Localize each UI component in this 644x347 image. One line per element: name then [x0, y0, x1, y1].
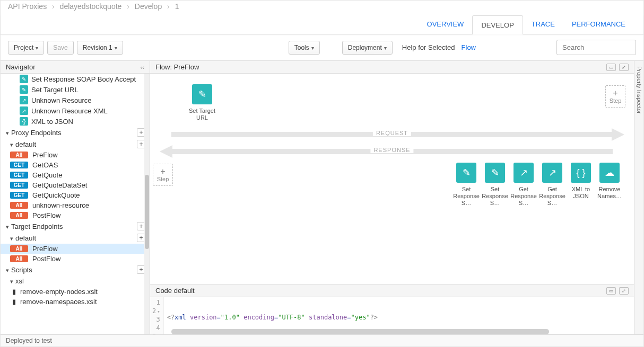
- navigator-title: Navigator: [6, 63, 36, 71]
- proxy-flow-getquote[interactable]: GETGetQuote: [1, 170, 150, 180]
- policy-label: Set Target URL: [187, 108, 217, 121]
- add-request-step-button[interactable]: + Step: [605, 85, 625, 108]
- target-flow-postflow[interactable]: AllPostFlow: [1, 254, 150, 264]
- callout-icon: ↗: [20, 106, 28, 115]
- proxy-flow-unknown[interactable]: Allunknown-resource: [1, 200, 150, 210]
- response-label: RESPONSE: [370, 147, 413, 153]
- code-gutter: 12▾345▾: [150, 297, 164, 334]
- proxy-flow-getquotedataset[interactable]: GETGetQuoteDataSet: [1, 180, 150, 190]
- response-step-get-response-2[interactable]: ↗ Get Response S…: [537, 163, 567, 207]
- policy-item[interactable]: {}XML to JSON: [1, 116, 150, 127]
- callout-icon: ↗: [514, 163, 534, 183]
- breadcrumb-root[interactable]: API Proxies: [8, 2, 47, 11]
- flow-canvas: ✎ Set Target URL + Step REQUEST RESPONSE…: [150, 74, 634, 284]
- tab-trace[interactable]: TRACE: [523, 15, 563, 34]
- assign-icon: ✎: [192, 84, 212, 104]
- policy-label: Get Response S…: [537, 186, 567, 207]
- chevron-right-icon: ›: [52, 2, 55, 11]
- tools-button[interactable]: Tools: [289, 41, 320, 55]
- file-icon: ▮: [12, 298, 16, 306]
- callout-icon: ↗: [542, 163, 562, 183]
- flow-title: Flow: PreFlow: [155, 63, 199, 71]
- target-default-section[interactable]: default +: [1, 232, 150, 244]
- json-icon: { }: [571, 163, 591, 183]
- response-step-xml-to-json[interactable]: { } XML to JSON: [566, 163, 596, 200]
- breadcrumb-revision[interactable]: 1: [175, 2, 179, 11]
- assign-icon: ✎: [20, 85, 28, 94]
- help-label: Help for Selected: [402, 43, 455, 51]
- cloud-icon: ☁: [599, 163, 620, 183]
- request-step-set-target-url[interactable]: ✎ Set Target URL: [187, 84, 217, 121]
- xsl-section[interactable]: xsl: [1, 275, 150, 287]
- request-label: REQUEST: [373, 130, 411, 136]
- plus-icon: +: [160, 167, 165, 176]
- property-inspector-panel[interactable]: Property Inspector: [634, 61, 643, 334]
- breadcrumb: API Proxies › delayedstockquote › Develo…: [1, 1, 643, 15]
- code-h-scrollbar[interactable]: [171, 329, 549, 334]
- response-step-remove-names[interactable]: ☁ Remove Names…: [595, 163, 624, 200]
- policy-label: XML to JSON: [566, 186, 596, 200]
- add-response-step-button[interactable]: + Step: [153, 164, 173, 186]
- navigator-panel: Navigator ‹‹ ✎Set Response SOAP Body Acc…: [1, 61, 150, 334]
- xsl-file[interactable]: ▮remove-empty-nodes.xslt: [1, 287, 150, 297]
- property-inspector-label: Property Inspector: [636, 66, 642, 114]
- proxy-flow-getoas[interactable]: GETGetOAS: [1, 160, 150, 170]
- policy-item[interactable]: ↗Unknown Resource: [1, 95, 150, 105]
- scripts-section[interactable]: Scripts +: [1, 264, 150, 275]
- proxy-flow-preflow[interactable]: AllPreFlow: [1, 150, 150, 160]
- response-step-set-response-2[interactable]: ✎ Set Response S…: [480, 163, 510, 207]
- proxy-flow-postflow[interactable]: AllPostFlow: [1, 210, 150, 220]
- file-icon: ▮: [12, 288, 16, 296]
- flow-expand-icon[interactable]: ⤢: [619, 64, 629, 71]
- assign-icon: ✎: [485, 163, 505, 183]
- target-flow-preflow[interactable]: AllPreFlow: [1, 244, 150, 254]
- tab-develop[interactable]: DEVELOP: [472, 15, 523, 34]
- policy-label: Set Response S…: [451, 186, 481, 207]
- chevron-right-icon: ›: [167, 2, 170, 11]
- plus-icon: +: [613, 89, 617, 97]
- arrow-left-icon: [160, 145, 172, 158]
- save-button[interactable]: Save: [47, 41, 73, 55]
- policy-label: Set Response S…: [480, 186, 510, 207]
- proxy-flow-getquickquote[interactable]: GETGetQuickQuote: [1, 190, 150, 200]
- arrow-right-icon: [612, 128, 624, 141]
- chevron-right-icon: ›: [127, 2, 129, 11]
- assign-icon: ✎: [456, 163, 476, 183]
- flow-layout-icon[interactable]: ▭: [606, 64, 616, 71]
- code-title: Code default: [155, 287, 195, 295]
- policy-item[interactable]: ✎Set Target URL: [1, 84, 150, 95]
- xsl-file[interactable]: ▮remove-namespaces.xslt: [1, 297, 150, 307]
- main-tabs: OVERVIEW DEVELOP TRACE PERFORMANCE: [1, 15, 643, 34]
- toolbar: Project Save Revision 1 Tools Deployment…: [1, 34, 643, 60]
- code-editor[interactable]: 12▾345▾ <?xml version="1.0" encoding="UT…: [150, 297, 634, 334]
- breadcrumb-develop[interactable]: Develop: [135, 2, 162, 11]
- response-step-set-response-1[interactable]: ✎ Set Response S…: [451, 163, 481, 207]
- proxy-default-section[interactable]: default +: [1, 138, 150, 150]
- proxy-endpoints-section[interactable]: Proxy Endpoints +: [1, 127, 150, 138]
- help-link-flow[interactable]: Flow: [462, 43, 476, 51]
- policy-item[interactable]: ✎Set Response SOAP Body Accept: [1, 74, 150, 84]
- breadcrumb-proxy[interactable]: delayedstockquote: [60, 2, 122, 11]
- tab-performance[interactable]: PERFORMANCE: [563, 15, 634, 34]
- project-button[interactable]: Project: [8, 41, 44, 55]
- target-endpoints-section[interactable]: Target Endpoints +: [1, 220, 150, 232]
- status-bar: Deployed to test: [1, 334, 643, 346]
- collapse-nav-icon[interactable]: ‹‹: [141, 64, 144, 70]
- nav-scrollbar[interactable]: [144, 74, 150, 334]
- tab-overview[interactable]: OVERVIEW: [419, 15, 473, 34]
- search-input[interactable]: [556, 40, 636, 55]
- policy-item[interactable]: ↗Unknown Resource XML: [1, 105, 150, 116]
- code-layout-icon[interactable]: ▭: [606, 287, 616, 295]
- revision-button[interactable]: Revision 1: [77, 41, 123, 55]
- json-icon: {}: [20, 117, 28, 126]
- policy-label: Remove Names…: [595, 186, 624, 200]
- policy-label: Get Response S…: [509, 186, 538, 207]
- deployment-button[interactable]: Deployment: [342, 41, 393, 55]
- assign-icon: ✎: [20, 75, 28, 83]
- callout-icon: ↗: [20, 96, 28, 104]
- code-expand-icon[interactable]: ⤢: [619, 287, 629, 295]
- response-step-get-response-1[interactable]: ↗ Get Response S…: [509, 163, 538, 207]
